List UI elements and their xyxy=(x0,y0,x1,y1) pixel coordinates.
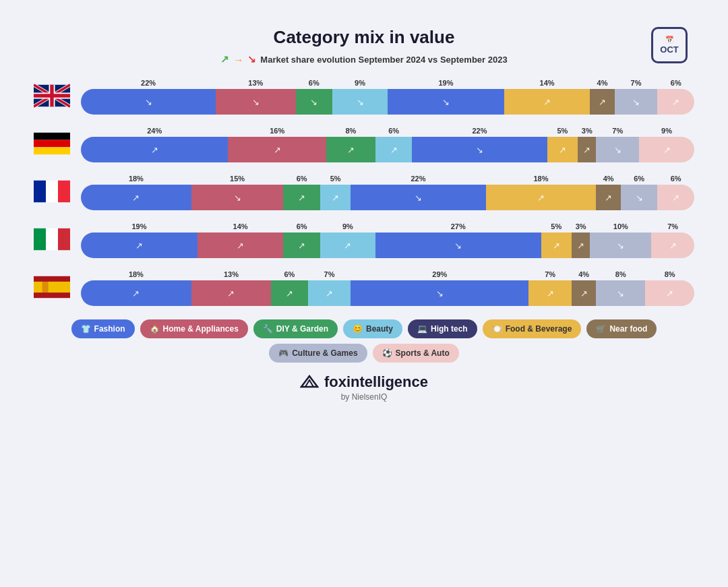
legend-item-food-&-beverage: 🍽️Food & Beverage xyxy=(483,319,582,338)
segment-food: ↗ xyxy=(547,137,578,162)
segment-diy: ↗ xyxy=(271,280,308,306)
segment-beauty: ↗ xyxy=(320,185,351,210)
main-container: Category mix in value 📅 OCT ↗ → ↘ Market… xyxy=(13,13,715,415)
segment-hightech: ↘ xyxy=(388,89,504,115)
svg-rect-11 xyxy=(34,281,70,292)
segment-beauty: ↗ xyxy=(308,280,351,306)
segment-sports: ↗ xyxy=(651,233,694,258)
pct-label-culture: 7% xyxy=(596,127,639,135)
percentages-row: 19%14%6%9%27%5%3%10%7% xyxy=(81,222,694,230)
pct-label-fashion: 22% xyxy=(81,79,216,87)
segment-fashion: ↗ xyxy=(81,280,191,306)
pct-label-fashion: 24% xyxy=(81,127,228,135)
svg-rect-2 xyxy=(34,140,70,147)
pct-label-hightech: 19% xyxy=(388,79,504,87)
brand-name: foxintelligence xyxy=(324,373,428,391)
legend-item-sports-&-auto: ⚽Sports & Auto xyxy=(373,344,459,363)
bar-row: ↗↗↗↗↘↗↗↘↗ xyxy=(81,280,694,306)
segment-fashion: ↗ xyxy=(81,137,228,162)
pct-label-diy: 6% xyxy=(296,79,333,87)
segment-sports: ↗ xyxy=(639,137,694,162)
pct-label-beauty: 5% xyxy=(320,175,351,183)
segment-hightech: ↘ xyxy=(351,185,485,210)
subtitle-text: Market share evolution September 2024 vs… xyxy=(260,55,507,65)
country-row-germany: 24%16%8%6%22%5%3%7%9%↗↗↗↗↘↗↗↘↗ xyxy=(34,127,694,162)
legend-item-fashion: 👕Fashion xyxy=(71,319,135,338)
segment-food: ↗ xyxy=(541,233,572,258)
pct-label-food: 5% xyxy=(547,127,578,135)
percentages-row: 24%16%8%6%22%5%3%7%9% xyxy=(81,127,694,135)
segment-hightech: ↘ xyxy=(412,137,547,162)
pct-label-hightech: 22% xyxy=(412,127,547,135)
charts-container: 22%13%6%9%19%14%4%7%6%↘↘↘↘↘↗↗↘↗ 24%16%8%… xyxy=(34,79,694,306)
pct-label-home: 16% xyxy=(228,127,326,135)
svg-rect-8 xyxy=(46,228,58,249)
segment-beauty: ↘ xyxy=(332,89,388,115)
arrow-right-icon: → xyxy=(233,54,243,65)
svg-rect-9 xyxy=(58,228,70,249)
pct-label-fashion: 18% xyxy=(81,270,191,278)
pct-label-fashion: 18% xyxy=(81,175,191,183)
segment-nearfood: ↗ xyxy=(590,89,614,115)
legend: 👕Fashion🏠Home & Appliances🔧DIY & Garden😊… xyxy=(34,319,694,363)
pct-label-diy: 6% xyxy=(271,270,308,278)
pct-label-beauty: 7% xyxy=(308,270,351,278)
segment-nearfood: ↗ xyxy=(572,280,596,306)
oct-badge: 📅 OCT xyxy=(651,27,688,63)
country-row-france: 18%15%6%5%22%18%4%6%6%↗↘↗↗↘↗↗↘↗ xyxy=(34,175,694,210)
segment-culture: ↘ xyxy=(621,185,658,210)
pct-label-sports: 9% xyxy=(639,127,694,135)
pct-label-diy: 8% xyxy=(326,127,375,135)
bar-container: 24%16%8%6%22%5%3%7%9%↗↗↗↗↘↗↗↘↗ xyxy=(81,127,694,162)
svg-rect-4 xyxy=(34,180,46,202)
segment-hightech: ↘ xyxy=(351,280,528,306)
segment-home: ↘ xyxy=(191,185,284,210)
page-title: Category mix in value xyxy=(34,27,694,48)
country-block-uk: 22%13%6%9%19%14%4%7%6%↘↘↘↘↘↗↗↘↗ xyxy=(34,79,694,115)
country-row-spain: 18%13%6%7%29%7%4%8%8%↗↗↗↗↘↗↗↘↗ xyxy=(34,270,694,306)
country-row-italy: 19%14%6%9%27%5%3%10%7%↗↗↗↗↘↗↗↘↗ xyxy=(34,222,694,258)
svg-rect-6 xyxy=(58,180,70,202)
segment-food: ↗ xyxy=(528,280,572,306)
pct-label-sports: 6% xyxy=(657,79,694,87)
pct-label-culture: 7% xyxy=(615,79,658,87)
pct-label-nearfood: 3% xyxy=(572,222,590,230)
legend-item-home-&-appliances: 🏠Home & Appliances xyxy=(140,319,248,338)
segment-beauty: ↗ xyxy=(320,233,375,258)
segment-diy: ↗ xyxy=(326,137,375,162)
page-header: Category mix in value 📅 OCT xyxy=(34,27,694,48)
country-block-spain: 18%13%6%7%29%7%4%8%8%↗↗↗↗↘↗↗↘↗ xyxy=(34,270,694,306)
pct-label-culture: 10% xyxy=(590,222,651,230)
pct-label-food: 5% xyxy=(541,222,572,230)
segment-culture: ↘ xyxy=(590,233,651,258)
bar-row: ↘↘↘↘↘↗↗↘↗ xyxy=(81,89,694,115)
segment-sports: ↗ xyxy=(645,280,694,306)
legend-item-high-tech: 💻High tech xyxy=(408,319,477,338)
segment-home: ↗ xyxy=(191,280,271,306)
segment-home: ↘ xyxy=(216,89,295,115)
legend-item-beauty: 😊Beauty xyxy=(343,319,402,338)
pct-label-nearfood: 4% xyxy=(590,79,614,87)
pct-label-nearfood: 4% xyxy=(572,270,596,278)
flag-uk xyxy=(34,84,74,111)
pct-label-diy: 6% xyxy=(283,175,320,183)
arrow-up-icon: ↗ xyxy=(220,53,229,65)
country-block-italy: 19%14%6%9%27%5%3%10%7%↗↗↗↗↘↗↗↘↗ xyxy=(34,222,694,258)
segment-sports: ↗ xyxy=(657,89,694,115)
pct-label-food: 14% xyxy=(504,79,590,87)
pct-label-hightech: 27% xyxy=(375,222,541,230)
pct-label-food: 7% xyxy=(528,270,572,278)
flag-it xyxy=(34,227,74,254)
bar-row: ↗↗↗↗↘↗↗↘↗ xyxy=(81,233,694,258)
pct-label-beauty: 6% xyxy=(375,127,413,135)
segment-culture: ↘ xyxy=(596,137,639,162)
bar-container: 18%13%6%7%29%7%4%8%8%↗↗↗↗↘↗↗↘↗ xyxy=(81,270,694,306)
segment-food: ↗ xyxy=(504,89,590,115)
bar-container: 18%15%6%5%22%18%4%6%6%↗↘↗↗↘↗↗↘↗ xyxy=(81,175,694,210)
pct-label-sports: 7% xyxy=(651,222,694,230)
bar-container: 19%14%6%9%27%5%3%10%7%↗↗↗↗↘↗↗↘↗ xyxy=(81,222,694,258)
segment-beauty: ↗ xyxy=(375,137,413,162)
svg-rect-3 xyxy=(34,147,70,154)
segment-culture: ↘ xyxy=(596,280,645,306)
segment-diy: ↘ xyxy=(296,89,333,115)
